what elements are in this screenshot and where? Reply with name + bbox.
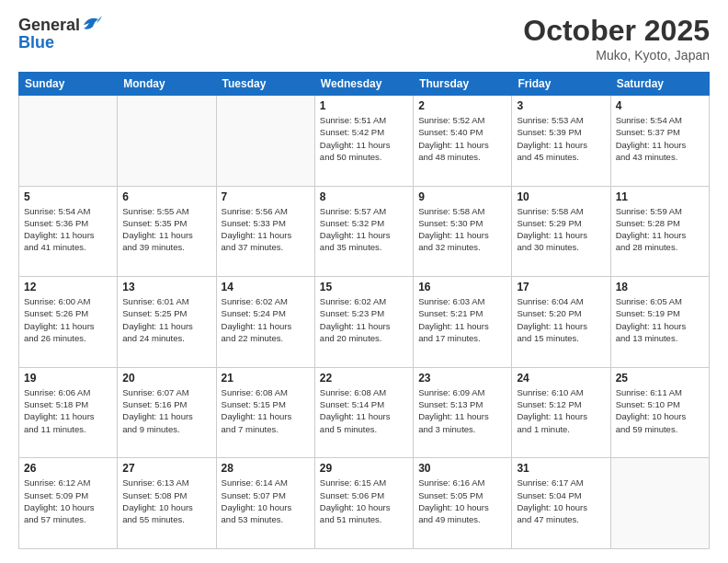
- col-saturday: Saturday: [610, 73, 709, 96]
- day-number: 29: [320, 462, 408, 475]
- logo-general-text: General: [18, 16, 80, 35]
- calendar-cell-w2-d2: 6Sunrise: 5:55 AM Sunset: 5:35 PM Daylig…: [118, 186, 216, 277]
- day-info: Sunrise: 6:05 AM Sunset: 5:19 PM Dayligh…: [616, 295, 704, 344]
- day-info: Sunrise: 5:54 AM Sunset: 5:36 PM Dayligh…: [24, 205, 112, 254]
- day-info: Sunrise: 6:06 AM Sunset: 5:18 PM Dayligh…: [24, 386, 112, 435]
- calendar-cell-w5-d5: 30Sunrise: 6:16 AM Sunset: 5:05 PM Dayli…: [414, 458, 512, 549]
- calendar-cell-w2-d5: 9Sunrise: 5:58 AM Sunset: 5:30 PM Daylig…: [414, 186, 512, 277]
- day-number: 5: [24, 190, 112, 203]
- day-info: Sunrise: 5:58 AM Sunset: 5:30 PM Dayligh…: [418, 205, 506, 254]
- calendar-cell-w3-d4: 15Sunrise: 6:02 AM Sunset: 5:23 PM Dayli…: [314, 277, 413, 368]
- calendar-cell-w1-d5: 2Sunrise: 5:52 AM Sunset: 5:40 PM Daylig…: [414, 96, 512, 187]
- calendar-cell-w3-d2: 13Sunrise: 6:01 AM Sunset: 5:25 PM Dayli…: [118, 277, 216, 368]
- day-number: 9: [418, 190, 506, 203]
- day-number: 6: [122, 190, 210, 203]
- calendar-cell-w2-d7: 11Sunrise: 5:59 AM Sunset: 5:28 PM Dayli…: [610, 186, 709, 277]
- day-number: 3: [517, 99, 605, 112]
- day-number: 12: [24, 281, 112, 293]
- calendar-cell-w4-d7: 25Sunrise: 6:11 AM Sunset: 5:10 PM Dayli…: [610, 367, 709, 458]
- day-info: Sunrise: 6:03 AM Sunset: 5:21 PM Dayligh…: [418, 295, 506, 344]
- col-thursday: Thursday: [414, 73, 512, 96]
- calendar-cell-w4-d4: 22Sunrise: 6:08 AM Sunset: 5:14 PM Dayli…: [314, 367, 413, 458]
- col-tuesday: Tuesday: [216, 73, 314, 96]
- day-info: Sunrise: 5:51 AM Sunset: 5:42 PM Dayligh…: [320, 114, 408, 163]
- calendar-cell-w5-d2: 27Sunrise: 6:13 AM Sunset: 5:08 PM Dayli…: [118, 458, 216, 549]
- calendar-cell-w5-d4: 29Sunrise: 6:15 AM Sunset: 5:06 PM Dayli…: [314, 458, 413, 549]
- calendar-cell-w5-d6: 31Sunrise: 6:17 AM Sunset: 5:04 PM Dayli…: [512, 458, 610, 549]
- col-wednesday: Wednesday: [314, 73, 413, 96]
- calendar-cell-w3-d1: 12Sunrise: 6:00 AM Sunset: 5:26 PM Dayli…: [19, 277, 118, 368]
- calendar-week-4: 19Sunrise: 6:06 AM Sunset: 5:18 PM Dayli…: [19, 367, 710, 458]
- day-number: 24: [517, 372, 605, 385]
- calendar-table: Sunday Monday Tuesday Wednesday Thursday…: [18, 72, 710, 549]
- calendar-cell-w3-d3: 14Sunrise: 6:02 AM Sunset: 5:24 PM Dayli…: [216, 277, 314, 368]
- day-number: 8: [320, 190, 408, 203]
- day-info: Sunrise: 5:55 AM Sunset: 5:35 PM Dayligh…: [122, 205, 210, 254]
- calendar-week-3: 12Sunrise: 6:00 AM Sunset: 5:26 PM Dayli…: [19, 277, 710, 368]
- day-info: Sunrise: 5:57 AM Sunset: 5:32 PM Dayligh…: [320, 205, 408, 254]
- day-info: Sunrise: 5:58 AM Sunset: 5:29 PM Dayligh…: [517, 205, 605, 254]
- day-info: Sunrise: 6:09 AM Sunset: 5:13 PM Dayligh…: [418, 386, 506, 435]
- day-info: Sunrise: 6:00 AM Sunset: 5:26 PM Dayligh…: [24, 295, 112, 344]
- col-sunday: Sunday: [19, 73, 118, 96]
- day-info: Sunrise: 5:56 AM Sunset: 5:33 PM Dayligh…: [222, 205, 310, 254]
- day-info: Sunrise: 6:04 AM Sunset: 5:20 PM Dayligh…: [517, 295, 605, 344]
- calendar-cell-w1-d7: 4Sunrise: 5:54 AM Sunset: 5:37 PM Daylig…: [610, 96, 709, 187]
- calendar-cell-w3-d7: 18Sunrise: 6:05 AM Sunset: 5:19 PM Dayli…: [610, 277, 709, 368]
- day-number: 15: [320, 281, 408, 293]
- day-info: Sunrise: 6:14 AM Sunset: 5:07 PM Dayligh…: [222, 477, 310, 525]
- calendar-cell-w1-d4: 1Sunrise: 5:51 AM Sunset: 5:42 PM Daylig…: [314, 96, 413, 187]
- header: General Blue October 2025 Muko, Kyoto, J…: [18, 14, 710, 63]
- calendar-cell-w2-d3: 7Sunrise: 5:56 AM Sunset: 5:33 PM Daylig…: [216, 186, 314, 277]
- day-number: 17: [517, 281, 605, 293]
- calendar-header-row: Sunday Monday Tuesday Wednesday Thursday…: [19, 73, 710, 96]
- day-number: 11: [616, 190, 704, 203]
- day-info: Sunrise: 6:17 AM Sunset: 5:04 PM Dayligh…: [517, 477, 605, 525]
- day-number: 2: [418, 99, 506, 112]
- day-info: Sunrise: 5:52 AM Sunset: 5:40 PM Dayligh…: [418, 114, 506, 163]
- calendar-cell-w4-d6: 24Sunrise: 6:10 AM Sunset: 5:12 PM Dayli…: [512, 367, 610, 458]
- title-block: October 2025 Muko, Kyoto, Japan: [523, 14, 710, 63]
- day-info: Sunrise: 6:01 AM Sunset: 5:25 PM Dayligh…: [122, 295, 210, 344]
- calendar-cell-w4-d2: 20Sunrise: 6:07 AM Sunset: 5:16 PM Dayli…: [118, 367, 216, 458]
- calendar-cell-w5-d7: [610, 458, 709, 549]
- day-number: 20: [122, 372, 210, 385]
- day-number: 10: [517, 190, 605, 203]
- day-info: Sunrise: 6:10 AM Sunset: 5:12 PM Dayligh…: [517, 386, 605, 435]
- calendar-week-2: 5Sunrise: 5:54 AM Sunset: 5:36 PM Daylig…: [19, 186, 710, 277]
- calendar-cell-w3-d6: 17Sunrise: 6:04 AM Sunset: 5:20 PM Dayli…: [512, 277, 610, 368]
- calendar-cell-w1-d6: 3Sunrise: 5:53 AM Sunset: 5:39 PM Daylig…: [512, 96, 610, 187]
- day-info: Sunrise: 5:53 AM Sunset: 5:39 PM Dayligh…: [517, 114, 605, 163]
- col-monday: Monday: [118, 73, 216, 96]
- day-info: Sunrise: 5:54 AM Sunset: 5:37 PM Dayligh…: [616, 114, 704, 163]
- day-number: 13: [122, 281, 210, 293]
- day-info: Sunrise: 6:08 AM Sunset: 5:14 PM Dayligh…: [320, 386, 408, 435]
- calendar-week-5: 26Sunrise: 6:12 AM Sunset: 5:09 PM Dayli…: [19, 458, 710, 549]
- calendar-cell-w4-d5: 23Sunrise: 6:09 AM Sunset: 5:13 PM Dayli…: [414, 367, 512, 458]
- day-info: Sunrise: 6:15 AM Sunset: 5:06 PM Dayligh…: [320, 477, 408, 525]
- page: General Blue October 2025 Muko, Kyoto, J…: [0, 0, 728, 563]
- day-info: Sunrise: 6:12 AM Sunset: 5:09 PM Dayligh…: [24, 477, 112, 525]
- calendar-week-1: 1Sunrise: 5:51 AM Sunset: 5:42 PM Daylig…: [19, 96, 710, 187]
- calendar-cell-w1-d2: [118, 96, 216, 187]
- month-title: October 2025: [523, 14, 710, 48]
- col-friday: Friday: [512, 73, 610, 96]
- calendar-cell-w3-d5: 16Sunrise: 6:03 AM Sunset: 5:21 PM Dayli…: [414, 277, 512, 368]
- day-number: 25: [616, 372, 704, 385]
- day-info: Sunrise: 5:59 AM Sunset: 5:28 PM Dayligh…: [616, 205, 704, 254]
- day-number: 26: [24, 462, 112, 475]
- day-number: 21: [222, 372, 310, 385]
- logo-blue-text: Blue: [18, 33, 54, 52]
- calendar-cell-w2-d1: 5Sunrise: 5:54 AM Sunset: 5:36 PM Daylig…: [19, 186, 118, 277]
- day-number: 18: [616, 281, 704, 293]
- day-number: 28: [222, 462, 310, 475]
- day-number: 23: [418, 372, 506, 385]
- location: Muko, Kyoto, Japan: [523, 48, 710, 63]
- day-number: 30: [418, 462, 506, 475]
- day-info: Sunrise: 6:08 AM Sunset: 5:15 PM Dayligh…: [222, 386, 310, 435]
- day-number: 7: [222, 190, 310, 203]
- day-info: Sunrise: 6:13 AM Sunset: 5:08 PM Dayligh…: [122, 477, 210, 525]
- day-number: 31: [517, 462, 605, 475]
- logo-bird-icon: [82, 14, 102, 37]
- logo: General Blue: [18, 14, 102, 52]
